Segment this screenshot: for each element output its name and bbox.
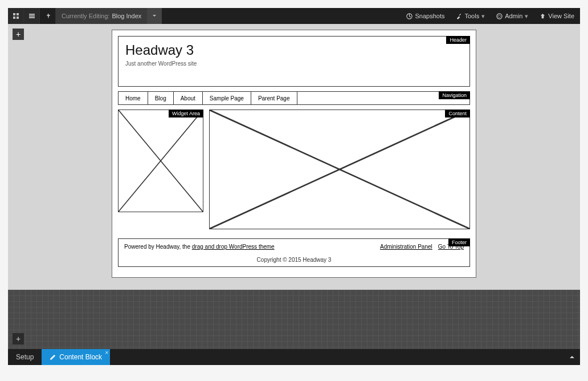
nav-item-home[interactable]: Home	[119, 92, 148, 104]
site-title: Headway 3	[125, 42, 463, 58]
nav-item-about[interactable]: About	[174, 92, 203, 104]
add-block-button[interactable]: +	[13, 29, 24, 40]
chevron-down-icon: ▾	[481, 13, 485, 20]
svg-rect-5	[29, 15, 35, 17]
footer-powered-by: Powered by Headway, the drag and drop Wo…	[124, 244, 275, 250]
bottom-bar: Setup Content Block ✕	[8, 349, 580, 365]
block-label-header: Header	[446, 36, 470, 44]
close-icon[interactable]: ✕	[105, 350, 109, 355]
footer-admin-link[interactable]: Administration Panel	[380, 244, 432, 250]
top-toolbar: Currently Editing: Blog Index Snapshots …	[8, 8, 580, 24]
svg-rect-0	[13, 13, 15, 15]
block-label-footer: Footer	[448, 238, 470, 246]
svg-rect-4	[29, 14, 35, 15]
editing-label: Currently Editing:	[62, 13, 109, 19]
list-mode-icon[interactable]	[24, 8, 40, 24]
view-site-button[interactable]: View Site	[534, 8, 580, 24]
page-wrapper: Header Headway 3 Just another WordPress …	[112, 30, 476, 278]
expand-panel-button[interactable]	[564, 349, 580, 365]
block-label-content: Content	[445, 110, 470, 117]
chevron-down-icon: ▾	[525, 13, 528, 20]
block-label-widget-area: Widget Area	[169, 110, 203, 117]
tab-content-block[interactable]: Content Block ✕	[42, 349, 110, 365]
tab-setup[interactable]: Setup	[8, 349, 42, 365]
currently-editing: Currently Editing: Blog Index	[56, 8, 147, 24]
site-tagline: Just another WordPress site	[125, 60, 463, 67]
editing-dropdown[interactable]	[147, 8, 162, 24]
admin-menu[interactable]: Admin ▾	[491, 8, 534, 24]
svg-rect-3	[17, 17, 19, 19]
canvas-area: + Header Headway 3 Just another WordPres…	[8, 24, 580, 290]
editing-value: Blog Index	[112, 13, 141, 19]
pin-icon[interactable]	[40, 8, 56, 24]
content-block[interactable]: Content	[209, 110, 470, 229]
grid-mode-icon[interactable]	[8, 8, 24, 24]
toolbar-spacer	[162, 8, 401, 24]
footer-copyright: Copyright © 2015 Headway 3	[124, 257, 464, 263]
nav-item-sample-page[interactable]: Sample Page	[203, 92, 251, 104]
footer-top-row: Powered by Headway, the drag and drop Wo…	[124, 244, 464, 250]
navigation-block[interactable]: Navigation Home Blog About Sample Page P…	[118, 91, 470, 105]
svg-rect-6	[29, 17, 35, 18]
nav-item-blog[interactable]: Blog	[148, 92, 174, 104]
pencil-icon	[50, 354, 56, 360]
svg-point-7	[497, 13, 502, 18]
app-frame: Currently Editing: Blog Index Snapshots …	[0, 0, 588, 381]
placeholder-cross-icon	[119, 110, 203, 212]
block-label-navigation: Navigation	[439, 91, 470, 99]
footer-block[interactable]: Footer Powered by Headway, the drag and …	[118, 238, 470, 267]
svg-rect-2	[13, 17, 15, 19]
nav-item-parent-page[interactable]: Parent Page	[251, 92, 297, 104]
middle-row: Widget Area Content	[118, 110, 470, 234]
header-block[interactable]: Header Headway 3 Just another WordPress …	[118, 36, 470, 87]
svg-rect-1	[17, 13, 19, 15]
footer-theme-link[interactable]: drag and drop WordPress theme	[192, 244, 275, 250]
add-wrapper-button[interactable]: +	[13, 333, 24, 344]
placeholder-cross-icon	[210, 110, 469, 229]
widget-area-block[interactable]: Widget Area	[118, 110, 203, 212]
tools-menu[interactable]: Tools ▾	[450, 8, 491, 24]
snapshots-button[interactable]: Snapshots	[401, 8, 450, 24]
grid-panel: +	[8, 290, 580, 349]
